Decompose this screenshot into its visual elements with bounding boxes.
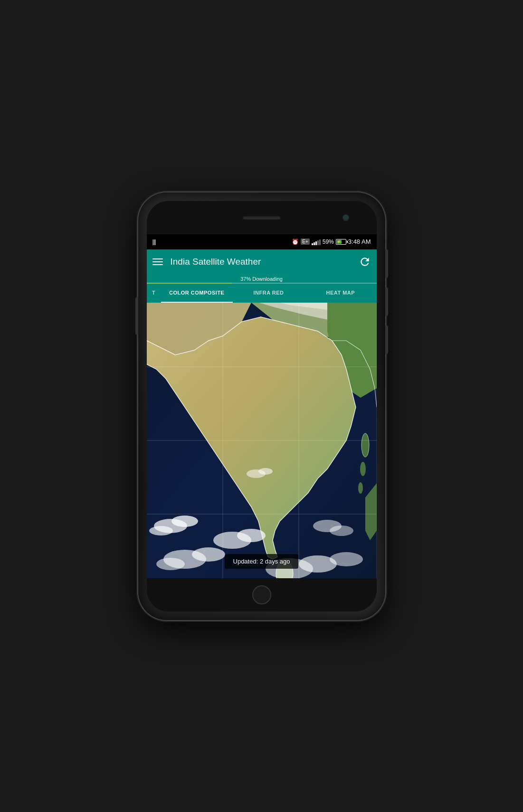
app-title: India Satellite Weather (171, 257, 351, 267)
time-display: 3:48 AM (348, 238, 371, 245)
front-camera (343, 215, 348, 220)
svg-point-25 (330, 552, 363, 566)
svg-point-4 (360, 462, 366, 476)
tab-t[interactable]: T (147, 284, 161, 303)
refresh-button[interactable] (359, 256, 371, 268)
svg-point-29 (330, 525, 353, 536)
tab-color-composite[interactable]: COLOR COMPOSITE (161, 284, 233, 303)
battery-fill (337, 240, 342, 244)
status-bar: ||| ⏰ E+ 59% (147, 234, 377, 249)
svg-point-22 (156, 558, 185, 570)
svg-point-16 (171, 516, 198, 527)
tab-color-composite-label: COLOR COMPOSITE (169, 290, 224, 296)
hamburger-menu-button[interactable] (152, 258, 163, 265)
tab-infra-red[interactable]: INFRA RED (233, 284, 304, 303)
tab-heat-map-label: HEAT MAP (326, 290, 355, 296)
menu-bars-icon: ||| (152, 238, 156, 245)
tab-heat-map[interactable]: HEAT MAP (304, 284, 376, 303)
updated-toast: Updated: 2 days ago (225, 554, 299, 569)
app-bar: India Satellite Weather (147, 249, 377, 274)
svg-point-19 (237, 529, 266, 542)
battery-percent: 59% (323, 239, 334, 245)
svg-point-17 (149, 526, 173, 535)
hamburger-line-1 (152, 258, 163, 259)
signal-bars (312, 239, 321, 245)
updated-text: Updated: 2 days ago (233, 558, 290, 565)
screen: ||| ⏰ E+ 59% (147, 234, 377, 578)
tab-infra-red-label: INFRA RED (254, 290, 284, 296)
tab-t-label: T (152, 290, 155, 296)
bottom-bezel (147, 578, 377, 611)
download-text: 37% Downloading (240, 276, 283, 282)
download-progress-bar: 37% Downloading (147, 274, 377, 284)
svg-point-27 (258, 468, 273, 475)
top-bezel (147, 201, 377, 234)
satellite-map (147, 303, 377, 578)
speaker-grille (243, 216, 281, 220)
alarm-icon: ⏰ (292, 239, 299, 245)
svg-point-21 (192, 547, 225, 562)
hamburger-line-3 (152, 264, 163, 265)
e-plus-icon: E+ (301, 239, 310, 245)
map-area[interactable]: Updated: 2 days ago (147, 303, 377, 578)
status-left: ||| (152, 238, 156, 245)
hamburger-line-2 (152, 261, 163, 262)
tab-bar: T COLOR COMPOSITE INFRA RED HEAT MAP (147, 284, 377, 303)
battery-icon (336, 239, 346, 245)
status-right: ⏰ E+ 59% 3:48 AM (292, 238, 371, 245)
home-button[interactable] (252, 585, 271, 604)
phone-screen-area: ||| ⏰ E+ 59% (147, 201, 377, 611)
svg-point-5 (358, 482, 363, 494)
phone-device: ||| ⏰ E+ 59% (138, 192, 385, 620)
